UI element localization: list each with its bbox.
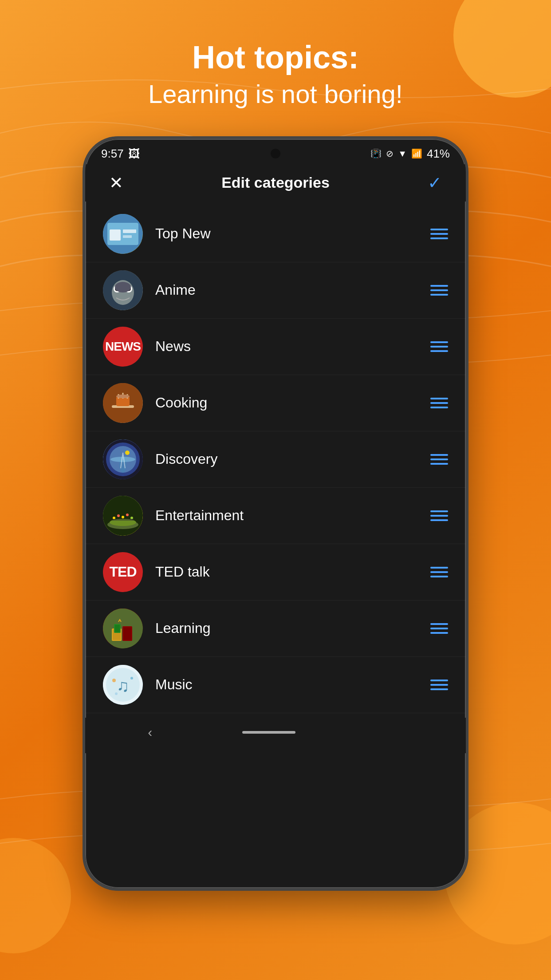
close-button[interactable]: ✕ xyxy=(103,173,130,193)
wifi-icon: ▼ xyxy=(398,149,407,159)
status-left: 9:57 🖼 xyxy=(101,147,140,161)
category-label-news: News xyxy=(155,338,430,355)
svg-rect-2 xyxy=(110,229,121,241)
signal-icon: 📶 xyxy=(411,148,422,159)
category-label-entertainment: Entertainment xyxy=(155,507,430,524)
svg-rect-3 xyxy=(123,229,136,233)
svg-rect-4 xyxy=(123,235,132,238)
svg-point-45 xyxy=(130,677,133,680)
list-item[interactable]: Anime xyxy=(85,262,466,319)
svg-rect-33 xyxy=(112,519,134,521)
battery-text: 41% xyxy=(427,147,450,161)
phone-frame: 9:57 🖼 📳 ⊘ ▼ 📶 41% ✕ Edit categories ✓ xyxy=(83,136,468,891)
drag-handle-music[interactable] xyxy=(430,680,448,690)
drag-handle-discovery[interactable] xyxy=(430,454,448,465)
phone-mockup: 9:57 🖼 📳 ⊘ ▼ 📶 41% ✕ Edit categories ✓ xyxy=(83,136,468,891)
drag-handle-entertainment[interactable] xyxy=(430,510,448,521)
status-right: 📳 ⊘ ▼ 📶 41% xyxy=(370,147,450,161)
avatar-anime xyxy=(103,270,143,310)
hero-header: Hot topics: Learning is not boring! xyxy=(148,40,403,110)
photo-icon: 🖼 xyxy=(128,147,140,161)
avatar-learning xyxy=(103,609,143,648)
app-title: Edit categories xyxy=(130,174,421,191)
camera-hole xyxy=(271,149,280,158)
svg-point-46 xyxy=(115,692,118,695)
category-label-anime: Anime xyxy=(155,282,430,298)
dnd-icon: ⊘ xyxy=(386,148,394,159)
avatar-topnew xyxy=(103,214,143,254)
svg-point-44 xyxy=(112,679,116,682)
svg-text:♫: ♫ xyxy=(117,676,130,695)
home-indicator[interactable] xyxy=(242,731,295,734)
ted-avatar-text: TED xyxy=(110,564,137,580)
avatar-news: NEWS xyxy=(103,327,143,367)
category-label-learning: Learning xyxy=(155,620,430,636)
svg-point-18 xyxy=(116,395,130,398)
svg-point-31 xyxy=(126,514,129,516)
category-label-music: Music xyxy=(155,676,430,693)
list-item[interactable]: ♫ Music xyxy=(85,657,466,713)
svg-point-24 xyxy=(125,450,130,455)
list-item[interactable]: Entertainment xyxy=(85,488,466,544)
svg-point-23 xyxy=(110,457,135,462)
svg-point-30 xyxy=(122,516,124,518)
list-item[interactable]: NEWS News xyxy=(85,319,466,375)
news-avatar-text: NEWS xyxy=(105,340,141,354)
avatar-cooking xyxy=(103,383,143,423)
app-header: ✕ Edit categories ✓ xyxy=(85,164,466,202)
drag-handle-anime[interactable] xyxy=(430,285,448,296)
drag-handle-ted[interactable] xyxy=(430,567,448,577)
confirm-button[interactable]: ✓ xyxy=(421,173,448,193)
category-label-topnew: Top New xyxy=(155,225,430,242)
hero-title-line2: Learning is not boring! xyxy=(148,79,403,110)
avatar-ted: TED xyxy=(103,552,143,592)
drag-handle-cooking[interactable] xyxy=(430,398,448,408)
list-item[interactable]: Top New xyxy=(85,206,466,262)
category-label-discovery: Discovery xyxy=(155,451,430,467)
list-item[interactable]: Cooking xyxy=(85,375,466,431)
vibrate-icon: 📳 xyxy=(370,148,382,159)
drag-handle-learning[interactable] xyxy=(430,623,448,634)
category-label-cooking: Cooking xyxy=(155,395,430,411)
avatar-discovery xyxy=(103,439,143,479)
status-time: 9:57 xyxy=(101,147,124,161)
category-list: Top New Anime NEWS News xyxy=(85,202,466,718)
back-button[interactable]: ‹ xyxy=(148,725,152,740)
list-item[interactable]: TED TED talk xyxy=(85,544,466,601)
svg-rect-38 xyxy=(123,627,131,640)
svg-rect-40 xyxy=(115,625,120,632)
phone-bottom-nav: ‹ xyxy=(85,718,466,753)
drag-handle-news[interactable] xyxy=(430,341,448,352)
list-item[interactable]: Learning xyxy=(85,601,466,657)
drag-handle-topnew[interactable] xyxy=(430,229,448,239)
svg-point-29 xyxy=(117,514,120,517)
hero-title-line1: Hot topics: xyxy=(148,40,403,75)
avatar-entertainment xyxy=(103,496,143,536)
category-label-ted: TED talk xyxy=(155,564,430,580)
svg-point-11 xyxy=(115,282,131,292)
list-item[interactable]: Discovery xyxy=(85,431,466,488)
avatar-music: ♫ xyxy=(103,665,143,705)
